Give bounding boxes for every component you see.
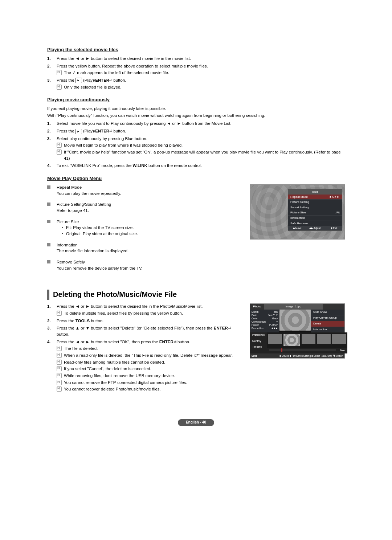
- enter-label: ENTER: [95, 129, 109, 133]
- photo-filename: image_1.jpg: [264, 304, 323, 310]
- tools-title: Tools: [288, 189, 342, 195]
- tools-menu: Tools Repeat Mode◄ On ► Picture Setting …: [288, 189, 342, 231]
- photo-screenshot: Photo image_1.jpg MonthJan DateJan.01.2 …: [250, 303, 345, 359]
- heading-movie-play-option: Movie Play Option Menu: [47, 175, 345, 182]
- play-icon: [75, 129, 82, 134]
- sub-item: Fit: Play video at the TV screen size.: [62, 225, 243, 231]
- play-icon: [75, 78, 82, 83]
- step-text: Select play continuously by pressing Blu…: [57, 136, 147, 141]
- sum-label: SUM: [252, 354, 257, 357]
- note: You cannot recover deleted Photo/music/m…: [57, 386, 243, 392]
- note: If "Cont. movie play help" function was …: [57, 149, 345, 161]
- intro-text: If you exit playing movie, playing it co…: [47, 106, 345, 112]
- foot-actions: ▮ Device ▮ Favourites Setting ▮ Select ⏮…: [279, 354, 343, 357]
- note: You cannot remove the PTP-connected digi…: [57, 380, 243, 386]
- photo-meta: MonthJan DateJan.01.2 ColorGray Composit…: [250, 310, 279, 333]
- list-item: Repeat ModeYou can play the movie repeat…: [47, 184, 243, 196]
- enter-label: ENTER: [159, 340, 173, 344]
- note: If you select "Cancel", the deletion is …: [57, 366, 243, 372]
- heading-playing-continuously: Playing movie continuously: [47, 97, 345, 103]
- adjust-hint: ◀▶ Adjust: [309, 226, 320, 230]
- note: When a read-only file is deleted, the "T…: [57, 352, 243, 359]
- photo-preview: [279, 310, 311, 331]
- move-hint: ◆ Move: [293, 226, 302, 230]
- step-text: Press the ◄ or ► button to select the de…: [57, 56, 191, 61]
- step-text: Select movie file you want to Play conti…: [57, 121, 232, 126]
- step-text: Press the ◄ or ► button to select the de…: [57, 304, 203, 308]
- note: Only the selected file is played.: [57, 84, 345, 90]
- section-title: Deleting the Photo/Music/Movie File: [53, 289, 177, 300]
- heading-playing-selected: Playing the selected movie files: [47, 46, 345, 53]
- list-item: InformationThe movie file information is…: [47, 242, 243, 254]
- photo-tab: Photo: [250, 304, 264, 310]
- month-label: Nov: [338, 348, 347, 353]
- list-playing-selected: 1.Press the ◄ or ► button to select the …: [47, 56, 345, 90]
- photo-thumbs: [267, 332, 347, 348]
- wlink-label: W.LINK: [133, 163, 147, 168]
- note: Read-only files among multiple files can…: [57, 359, 243, 365]
- note: The ✓ mark appears to the left of the se…: [57, 70, 345, 76]
- step-text: Press the yellow button. Repeat the abov…: [57, 64, 208, 68]
- enter-icon: ⏎: [109, 129, 112, 133]
- list-deleting: 1.Press the ◄ or ► button to select the …: [47, 303, 243, 392]
- enter-icon: ⏎: [173, 340, 176, 344]
- note: Movie will begin to play from where it w…: [57, 142, 345, 148]
- list-playing-continuously: 1.Select movie file you want to Play con…: [47, 120, 345, 169]
- section-bar-icon: [47, 290, 49, 300]
- sub-item: Original: Play video at the original siz…: [62, 231, 243, 237]
- list-item: Picture Size Fit: Play video at the TV s…: [47, 219, 243, 237]
- photo-context-menu: Slide Show Play Current Group Delete Inf…: [311, 310, 344, 333]
- note: To delete multiple files, select files b…: [57, 310, 243, 316]
- list-item: Picture Setting/Sound SettingRefer to pa…: [47, 201, 243, 213]
- photo-side: Preference Monthly Timeline: [250, 332, 267, 353]
- enter-icon: ⏎: [228, 326, 231, 330]
- option-menu-list: Repeat ModeYou can play the movie repeat…: [47, 184, 243, 271]
- tools-screenshot: Tools Repeat Mode◄ On ► Picture Setting …: [250, 184, 345, 240]
- enter-icon: ⏎: [109, 78, 112, 82]
- exit-hint: →▮ Exit: [328, 226, 338, 230]
- step-text: Press the: [57, 78, 75, 82]
- note: The file is deleted.: [57, 345, 243, 352]
- note: While removing files, don't remove the U…: [57, 373, 243, 379]
- page-footer: English - 40: [47, 419, 345, 426]
- list-item: Remove SafelyYou can remove the device s…: [47, 259, 243, 271]
- tools-label: TOOLS: [75, 319, 90, 323]
- page-number: English - 40: [178, 419, 214, 426]
- section-title-row: Deleting the Photo/Music/Movie File: [47, 289, 345, 300]
- enter-label: ENTER: [95, 78, 109, 82]
- intro-text: With "Play continuously" function, you c…: [47, 112, 345, 119]
- enter-label: ENTER: [214, 326, 228, 330]
